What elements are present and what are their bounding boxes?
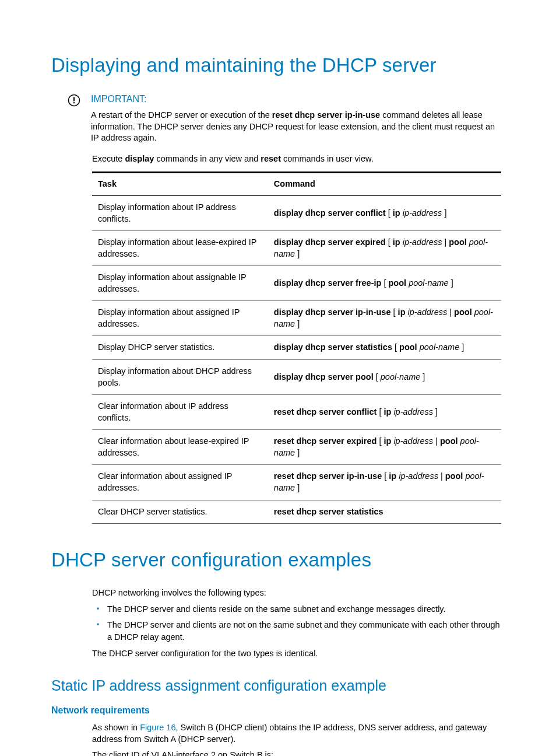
important-title: IMPORTANT: — [91, 93, 501, 106]
heading-netreq: Network requirements — [51, 704, 501, 717]
section2-intro: DHCP networking involves the following t… — [92, 587, 501, 599]
task-cell: Display DHCP server statistics. — [92, 336, 268, 360]
table-row: Clear information about assigned IP addr… — [92, 465, 501, 500]
table-row: Display DHCP server statistics.display d… — [92, 336, 501, 360]
command-cell: display dhcp server ip-in-use [ ip ip-ad… — [268, 301, 501, 336]
heading-static-ip: Static IP address assignment configurati… — [51, 676, 501, 696]
table-row: Display information about assigned IP ad… — [92, 301, 501, 336]
command-cell: display dhcp server expired [ ip ip-addr… — [268, 231, 501, 266]
th-command: Command — [268, 173, 501, 196]
heading-displaying: Displaying and maintaining the DHCP serv… — [51, 52, 501, 79]
command-cell: reset dhcp server statistics — [268, 500, 501, 524]
task-cell: Display information about lease-expired … — [92, 231, 268, 266]
task-cell: Clear DHCP server statistics. — [92, 500, 268, 524]
command-cell: display dhcp server statistics [ pool po… — [268, 336, 501, 360]
important-icon — [68, 94, 80, 110]
task-cell: Clear information about assigned IP addr… — [92, 465, 268, 500]
table-row: Clear information about lease-expired IP… — [92, 430, 501, 465]
th-task: Task — [92, 173, 268, 196]
list-item: The DHCP server and clients reside on th… — [107, 603, 501, 615]
heading-examples: DHCP server configuration examples — [51, 547, 501, 573]
section2-list: The DHCP server and clients reside on th… — [92, 603, 501, 643]
table-row: Display information about lease-expired … — [92, 231, 501, 266]
command-cell: reset dhcp server expired [ ip ip-addres… — [268, 430, 501, 465]
figure-link[interactable]: Figure 16 — [140, 723, 175, 732]
table-row: Clear information about IP address confl… — [92, 395, 501, 430]
command-cell: reset dhcp server conflict [ ip ip-addre… — [268, 395, 501, 430]
command-cell: display dhcp server pool [ pool-name ] — [268, 360, 501, 395]
table-row: Display information about assignable IP … — [92, 266, 501, 301]
task-cell: Display information about assignable IP … — [92, 266, 268, 301]
netreq-para1: As shown in Figure 16, Switch B (DHCP cl… — [92, 722, 501, 745]
task-cell: Clear information about lease-expired IP… — [92, 430, 268, 465]
table-row: Display information about DHCP address p… — [92, 360, 501, 395]
task-cell: Display information about DHCP address p… — [92, 360, 268, 395]
task-cell: Display information about IP address con… — [92, 195, 268, 230]
netreq-para2: The client ID of VLAN-interface 2 on Swi… — [92, 750, 501, 756]
command-cell: display dhcp server free-ip [ pool pool-… — [268, 266, 501, 301]
important-body: IMPORTANT: A restart of the DHCP server … — [91, 93, 501, 149]
table-row: Clear DHCP server statistics.reset dhcp … — [92, 500, 501, 524]
list-item: The DHCP server and clients are not on t… — [107, 619, 501, 643]
svg-rect-1 — [73, 97, 75, 101]
important-text: A restart of the DHCP server or executio… — [91, 110, 501, 144]
section2-closing: The DHCP server configuration for the tw… — [92, 648, 501, 660]
task-cell: Clear information about IP address confl… — [92, 395, 268, 430]
task-cell: Display information about assigned IP ad… — [92, 301, 268, 336]
command-table: Task Command Display information about I… — [92, 172, 501, 524]
command-cell: reset dhcp server ip-in-use [ ip ip-addr… — [268, 465, 501, 500]
svg-rect-2 — [73, 102, 75, 103]
command-cell: display dhcp server conflict [ ip ip-add… — [268, 195, 501, 230]
intro-paragraph: Execute display commands in any view and… — [92, 153, 501, 165]
table-row: Display information about IP address con… — [92, 195, 501, 230]
